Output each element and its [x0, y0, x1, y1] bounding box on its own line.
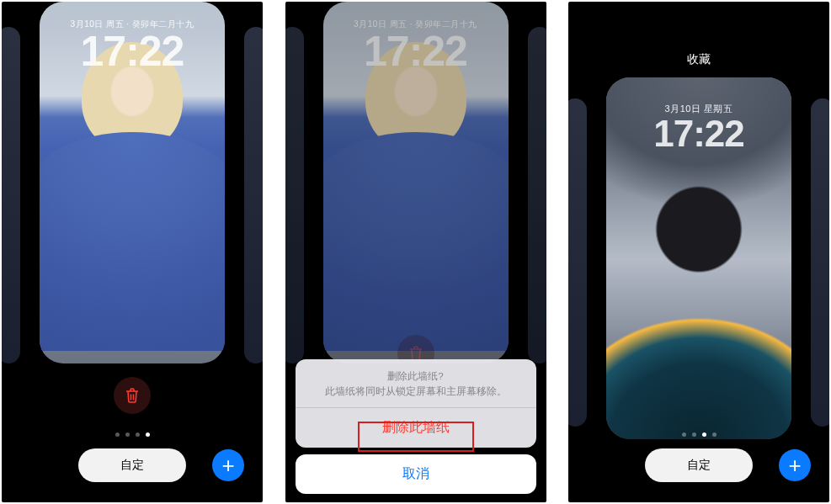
- action-sheet-title: 删除此墙纸?: [312, 369, 519, 384]
- wallpaper-preview[interactable]: 3月10日 周五 · 癸卯年二月十九 17:22: [40, 2, 225, 363]
- preview-peek-left[interactable]: [2, 27, 20, 363]
- preview-peek-left[interactable]: [568, 98, 587, 427]
- page-dot-active: [702, 432, 706, 437]
- action-sheet: 删除此墙纸? 此墙纸将同时从锁定屏幕和主屏幕移除。 删除此墙纸 取消: [296, 359, 536, 494]
- action-sheet-delete-button[interactable]: 删除此墙纸: [296, 407, 536, 448]
- customize-button[interactable]: 自定: [78, 448, 186, 482]
- add-wallpaper-button[interactable]: +: [779, 449, 811, 481]
- preview-peek-right[interactable]: [811, 98, 829, 427]
- page-dot-active: [146, 432, 150, 437]
- lockscreen-time: 17:22: [40, 27, 225, 76]
- phone-screen-3: 收藏 3月10日 星期五 17:22 自定 +: [568, 2, 829, 502]
- phone-screen-1: 3月10日 周五 · 癸卯年二月十九 17:22 自定 +: [2, 2, 263, 502]
- delete-wallpaper-button[interactable]: [114, 377, 151, 414]
- plus-icon: +: [788, 453, 801, 479]
- action-sheet-message: 此墙纸将同时从锁定屏幕和主屏幕移除。: [325, 386, 507, 396]
- phone-screen-2: 3月10日 周五 · 癸卯年二月十九 17:22 删除此墙纸? 此墙纸将同时从锁…: [285, 2, 546, 502]
- lockscreen-time: 17:22: [606, 113, 791, 155]
- trash-icon: [125, 387, 140, 404]
- page-indicator: [2, 432, 263, 437]
- action-sheet-group: 删除此墙纸? 此墙纸将同时从锁定屏幕和主屏幕移除。 删除此墙纸: [296, 359, 536, 448]
- wallpaper-preview[interactable]: 3月10日 星期五 17:22: [606, 77, 791, 439]
- customize-button[interactable]: 自定: [645, 448, 753, 482]
- collections-title: 收藏: [568, 52, 829, 67]
- page-dot: [125, 432, 130, 437]
- action-sheet-cancel-button[interactable]: 取消: [296, 454, 536, 494]
- preview-peek-right[interactable]: [244, 27, 263, 363]
- action-sheet-header: 删除此墙纸? 此墙纸将同时从锁定屏幕和主屏幕移除。: [296, 359, 536, 407]
- page-dot: [692, 432, 696, 437]
- page-indicator: [568, 432, 829, 437]
- page-dot: [136, 432, 140, 437]
- page-dot: [682, 432, 686, 437]
- add-wallpaper-button[interactable]: +: [212, 449, 244, 481]
- page-dot: [115, 432, 120, 437]
- plus-icon: +: [221, 453, 234, 479]
- page-dot: [712, 432, 716, 437]
- bottom-bar: 自定 +: [568, 448, 829, 482]
- bottom-bar: 自定 +: [2, 448, 263, 482]
